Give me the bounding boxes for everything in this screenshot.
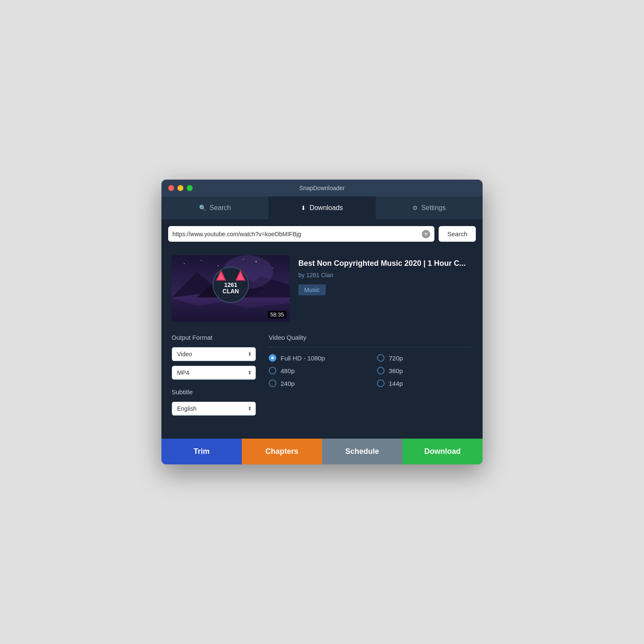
video-tag: Music bbox=[298, 284, 326, 295]
radio-240p bbox=[269, 379, 276, 387]
quality-label-144p: 144p bbox=[389, 380, 403, 387]
chapters-button[interactable]: Chapters bbox=[242, 439, 322, 464]
tab-search-label: Search bbox=[210, 204, 231, 212]
tab-downloads-label: Downloads bbox=[309, 204, 343, 212]
svg-point-7 bbox=[201, 260, 202, 261]
app-window: SnapDownloader 🔍 Search ⬇ Downloads ⚙ Se… bbox=[161, 180, 483, 464]
quality-label-1080p: Full HD - 1080p bbox=[281, 355, 325, 362]
video-thumbnail: 1261 CLAN 58:35 bbox=[172, 255, 290, 322]
quality-label-240p: 240p bbox=[281, 380, 295, 387]
subtitle-section: Subtitle English None Spanish French ⬍ bbox=[172, 388, 256, 416]
video-info: 1261 CLAN 58:35 Best Non Copyrighted Mus… bbox=[172, 255, 472, 322]
type-select-wrapper: Video Audio MP3 ⬍ bbox=[172, 347, 256, 361]
right-panel: Video Quality Full HD - 1080p 720p 480p bbox=[269, 334, 472, 420]
quality-option-360p[interactable]: 360p bbox=[377, 367, 472, 374]
maximize-button[interactable] bbox=[187, 185, 193, 191]
quality-option-240p[interactable]: 240p bbox=[269, 379, 364, 387]
tab-downloads[interactable]: ⬇ Downloads bbox=[268, 196, 375, 219]
quality-label-480p: 480p bbox=[281, 367, 295, 374]
subtitle-select-wrapper: English None Spanish French ⬍ bbox=[172, 401, 256, 416]
video-channel: by 1261 Clan bbox=[298, 272, 472, 278]
radio-480p bbox=[269, 367, 276, 374]
subtitle-label: Subtitle bbox=[172, 388, 256, 396]
channel-logo: 1261 CLAN bbox=[212, 266, 250, 304]
radio-720p bbox=[377, 354, 385, 362]
tab-search[interactable]: 🔍 Search bbox=[161, 196, 268, 219]
format-select-wrapper: MP4 MKV AVI MOV ⬍ bbox=[172, 366, 256, 380]
bottom-bar: Trim Chapters Schedule Download bbox=[161, 439, 483, 464]
quality-label-360p: 360p bbox=[389, 367, 403, 374]
quality-option-480p[interactable]: 480p bbox=[269, 367, 364, 374]
trim-button[interactable]: Trim bbox=[161, 439, 242, 464]
video-quality-label: Video Quality bbox=[269, 334, 472, 341]
radio-1080p bbox=[269, 354, 276, 362]
search-bar-section: ✕ Search bbox=[161, 219, 483, 248]
settings-tab-icon: ⚙ bbox=[412, 205, 418, 211]
schedule-button[interactable]: Schedule bbox=[322, 439, 402, 464]
app-title: SnapDownloader bbox=[299, 185, 344, 191]
search-tab-icon: 🔍 bbox=[199, 205, 206, 211]
quality-option-720p[interactable]: 720p bbox=[377, 354, 472, 362]
title-bar: SnapDownloader bbox=[161, 180, 483, 196]
quality-option-1080p[interactable]: Full HD - 1080p bbox=[269, 354, 364, 362]
svg-point-10 bbox=[273, 267, 273, 268]
video-metadata: Best Non Copyrighted Music 2020 | 1 Hour… bbox=[298, 255, 472, 322]
left-panel: Output Format Video Audio MP3 ⬍ MP4 MKV … bbox=[172, 334, 256, 420]
search-button[interactable]: Search bbox=[439, 226, 476, 242]
quality-label-720p: 720p bbox=[389, 355, 403, 362]
minimize-button[interactable] bbox=[177, 185, 183, 191]
subtitle-select[interactable]: English None Spanish French bbox=[172, 401, 256, 416]
clear-url-button[interactable]: ✕ bbox=[422, 230, 430, 238]
svg-point-6 bbox=[184, 263, 185, 264]
svg-text:CLAN: CLAN bbox=[223, 288, 239, 295]
quality-grid: Full HD - 1080p 720p 480p 360p bbox=[269, 354, 472, 387]
tab-bar: 🔍 Search ⬇ Downloads ⚙ Settings bbox=[161, 196, 483, 219]
close-button[interactable] bbox=[168, 185, 174, 191]
downloads-tab-icon: ⬇ bbox=[301, 205, 306, 211]
svg-text:1261: 1261 bbox=[224, 281, 237, 288]
quality-divider bbox=[269, 347, 472, 347]
url-input-wrapper: ✕ bbox=[168, 226, 434, 242]
url-input[interactable] bbox=[172, 226, 422, 242]
options-row: Output Format Video Audio MP3 ⬍ MP4 MKV … bbox=[172, 334, 472, 420]
tab-settings-label: Settings bbox=[421, 204, 446, 212]
download-button[interactable]: Download bbox=[402, 439, 483, 464]
window-controls bbox=[168, 185, 193, 191]
output-type-select[interactable]: Video Audio MP3 bbox=[172, 347, 256, 361]
main-content: 1261 CLAN 58:35 Best Non Copyrighted Mus… bbox=[161, 248, 483, 430]
quality-option-144p[interactable]: 144p bbox=[377, 379, 472, 387]
video-title: Best Non Copyrighted Music 2020 | 1 Hour… bbox=[298, 259, 472, 268]
output-format-select[interactable]: MP4 MKV AVI MOV bbox=[172, 366, 256, 380]
radio-360p bbox=[377, 367, 385, 374]
video-duration: 58:35 bbox=[267, 311, 287, 319]
output-format-label: Output Format bbox=[172, 334, 256, 341]
radio-144p bbox=[377, 379, 385, 387]
tab-settings[interactable]: ⚙ Settings bbox=[376, 196, 483, 219]
